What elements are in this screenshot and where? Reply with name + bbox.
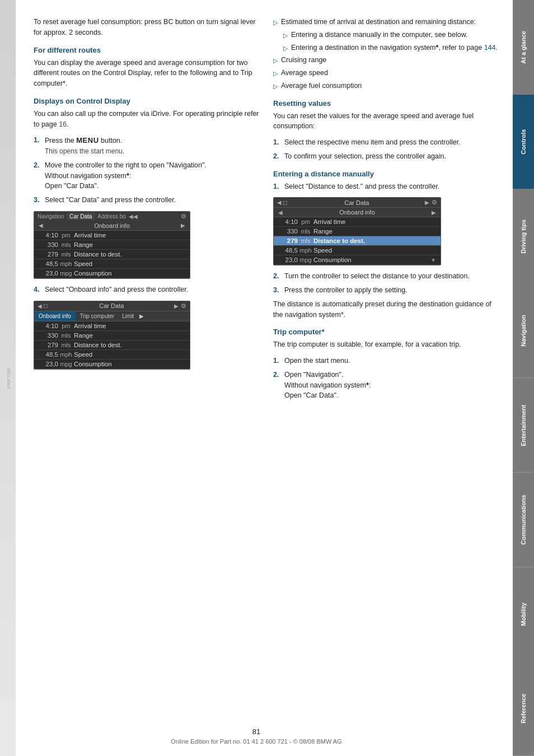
bullet-estimated: ▷ Estimated time of arrival at destinati…: [273, 17, 502, 27]
screen-mockup-2: ◀ □ Car Data ▶ ⚙ Onboard info Trip compu…: [34, 301, 190, 370]
enter-step-1: 1. Select "Distance to dest." and press …: [273, 181, 502, 192]
trip-computer-intro: The trip computer is suitable, for examp…: [273, 339, 502, 350]
step-2: 2. Move the controller to the right to o…: [34, 160, 262, 192]
reset-step-1: 1. Select the respective menu item and p…: [273, 137, 502, 148]
trip-step-1: 1. Open the start menu.: [273, 356, 502, 366]
for-different-routes-heading: For different routes: [34, 46, 262, 54]
sidebar-tab-communications[interactable]: Communications: [513, 473, 534, 567]
after-steps-text: The distance is automatically preset dur…: [273, 299, 502, 320]
enter-step-2-text: Turn the controller to select the distan…: [284, 271, 502, 282]
screen1-row-2: 330 mls Range: [34, 240, 190, 250]
screen1-row-5: 23,0 mpg Consumption: [34, 269, 190, 278]
reset-step-2: 2. To confirm your selection, press the …: [273, 151, 502, 162]
screen2-header: ◀ □ Car Data ▶ ⚙: [34, 301, 190, 311]
bullet-avg-fuel: ▷ Average fuel consumption: [273, 81, 502, 91]
displays-intro: You can also call up the computer via iD…: [34, 109, 262, 130]
screen1-gear-icon: ⚙: [181, 213, 186, 220]
sub-bullet-1: ▷ Entering a distance manually in the co…: [273, 30, 502, 40]
trip-step-1-text: Open the start menu.: [284, 356, 502, 366]
screen1-tabs: Navigation Car Data Address bo ◀◀ ⚙: [34, 212, 190, 221]
sidebar-tab-entertainment[interactable]: Entertainment: [513, 378, 534, 473]
screen3-header1: ◀ □ Car Data ▶ ⚙: [274, 198, 441, 208]
screen1-row-3: 279 mls Distance to dest.: [34, 250, 190, 259]
enter-step-2: 2. Turn the controller to select the dis…: [273, 271, 502, 282]
copyright-text: Online Edition for Part no. 01 41 2 600 …: [0, 738, 513, 745]
screen2-tabs: Onboard info Trip computer Limit ▶: [34, 311, 190, 321]
sub-bullet-2: ▷ Entering a destination in the navigati…: [273, 43, 502, 53]
step-4-text: Select "Onboard info" and press the cont…: [45, 284, 262, 295]
screen1-subheader: ◀ Onboard info ▶: [34, 221, 190, 231]
step-4: 4. Select "Onboard info" and press the c…: [34, 284, 262, 295]
sidebar-tab-controls[interactable]: Controls: [513, 95, 534, 189]
intro-text: To reset average fuel consumption: press…: [34, 17, 262, 38]
screen2-row-3: 279 mls Distance to dest.: [34, 340, 190, 350]
screen2-row-4: 48,5 mph Speed: [34, 350, 190, 360]
screen3-row-3-highlighted: 279 mls Distance to dest.: [274, 236, 441, 246]
step-1: 1. Press the MENU button.This opens the …: [34, 135, 262, 157]
left-column: To reset average fuel consumption: press…: [34, 17, 262, 745]
enter-step-3: 3. Press the controller to apply the set…: [273, 285, 502, 296]
step-3-text: Select "Car Data" and press the controll…: [45, 195, 262, 206]
sidebar-tab-at-a-glance[interactable]: At a glance: [513, 0, 534, 95]
bullet-avg-speed: ▷ Average speed: [273, 68, 502, 78]
step-4-num: 4.: [34, 284, 41, 295]
displays-heading: Displays on Control Display: [34, 97, 262, 105]
screen-mockup-1: Navigation Car Data Address bo ◀◀ ⚙ ◀ On…: [34, 211, 190, 279]
left-image-strip: page edge: [0, 0, 16, 756]
enter-step-1-text: Select "Distance to dest." and press the…: [284, 181, 502, 192]
sidebar-tab-navigation[interactable]: Navigation: [513, 283, 534, 378]
page-wrapper: page edge To reset average fuel consumpt…: [0, 0, 534, 756]
page-footer: 81 Online Edition for Part no. 01 41 2 6…: [0, 727, 513, 745]
screen3-row-1: 4:10 pm Arrival time: [274, 217, 441, 227]
step-3: 3. Select "Car Data" and press the contr…: [34, 195, 262, 206]
sidebar-tab-reference[interactable]: Reference: [513, 661, 534, 756]
screen3-row-2: 330 mls Range: [274, 227, 441, 236]
screen2-row-5: 23,0 mpg Consumption: [34, 360, 190, 369]
sidebar-right: At a glance Controls Driving tips Naviga…: [513, 0, 534, 756]
screen3-gear-icon: ⚙: [432, 199, 437, 206]
resetting-intro: You can reset the values for the average…: [273, 111, 502, 132]
main-content: To reset average fuel consumption: press…: [0, 0, 513, 756]
bullet-cruising: ▷ Cruising range: [273, 55, 502, 66]
screen2-row-1: 4:10 pm Arrival time: [34, 321, 190, 331]
right-column: ▷ Estimated time of arrival at destinati…: [273, 17, 502, 745]
reset-step-2-text: To confirm your selection, press the con…: [284, 151, 502, 162]
screen3-header2: ◀ Onboard info ▶: [274, 208, 441, 217]
screen3-row-5: 23,0 mpg Consumption ▼: [274, 255, 441, 265]
screen3-row-4: 48,5 mph Speed: [274, 246, 441, 255]
reset-step-1-text: Select the respective menu item and pres…: [284, 137, 502, 148]
trip-step-2: 2. Open "Navigation". Without navigation…: [273, 370, 502, 401]
screen-mockup-3: ◀ □ Car Data ▶ ⚙ ◀ Onboard info ▶ 4:10 p…: [273, 197, 441, 265]
sidebar-tab-mobility[interactable]: Mobility: [513, 567, 534, 662]
screen1-row-4: 48,5 mph Speed: [34, 259, 190, 269]
entering-distance-heading: Entering a distance manually: [273, 170, 502, 178]
trip-computer-heading: Trip computer*: [273, 328, 502, 336]
sidebar-tab-driving-tips[interactable]: Driving tips: [513, 189, 534, 284]
for-different-routes-text: You can display the average speed and av…: [34, 58, 262, 89]
screen1-row-1: 4:10 pm Arrival time: [34, 231, 190, 240]
resetting-heading: Resetting values: [273, 99, 502, 108]
screen2-row-2: 330 mls Range: [34, 331, 190, 340]
enter-step-3-text: Press the controller to apply the settin…: [284, 285, 502, 296]
page-number: 81: [0, 727, 513, 736]
screen2-gear-icon: ⚙: [181, 302, 186, 310]
